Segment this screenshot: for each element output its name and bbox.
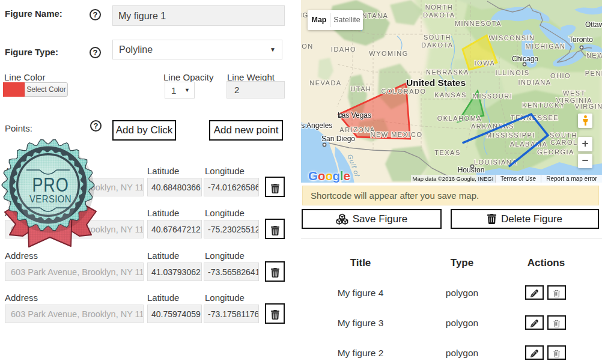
svg-text:GEORGIA: GEORGIA: [537, 148, 574, 156]
svg-text:OHIO: OHIO: [550, 72, 571, 79]
svg-text:MISSISSIPPI: MISSISSIPPI: [486, 132, 535, 139]
svg-text:INDIANA: INDIANA: [518, 79, 551, 86]
svg-text:NORTH: NORTH: [425, 4, 453, 11]
svg-text:VERSION: VERSION: [29, 193, 71, 204]
svg-text:WYOMING: WYOMING: [369, 50, 409, 57]
svg-text:NEVADA: NEVADA: [309, 79, 341, 86]
svg-text:PRO: PRO: [32, 174, 68, 195]
svg-text:SOUTH: SOUTH: [424, 34, 451, 41]
svg-text:San Diego: San Diego: [321, 135, 355, 143]
svg-text:ALABAMA: ALABAMA: [510, 141, 547, 148]
svg-text:WISCONSIN: WISCONSIN: [488, 34, 535, 41]
svg-text:MINNESOTA: MINNESOTA: [455, 20, 502, 27]
svg-text:Toronto: Toronto: [569, 35, 593, 44]
svg-text:PENN: PENN: [585, 70, 602, 77]
svg-text:Chicago: Chicago: [512, 55, 538, 63]
svg-text:MISSOURI: MISSOURI: [473, 93, 512, 100]
svg-text:DAKOTA: DAKOTA: [423, 11, 455, 19]
svg-text:IOWA: IOWA: [475, 59, 496, 67]
svg-text:ILLINOIS: ILLINOIS: [495, 69, 529, 76]
svg-text:TEXAS: TEXAS: [434, 149, 461, 156]
svg-text:KANSAS: KANSAS: [434, 91, 467, 99]
svg-text:DAKOTA: DAKOTA: [421, 41, 453, 49]
svg-text:OKLAHOMA: OKLAHOMA: [437, 115, 482, 122]
svg-text:United States: United States: [406, 77, 466, 88]
svg-text:NEW: NEW: [586, 52, 602, 59]
svg-text:GON: GON: [301, 43, 314, 50]
svg-text:NEW MEXICO: NEW MEXICO: [370, 131, 422, 138]
svg-text:SOUTH: SOUTH: [550, 132, 577, 139]
svg-text:VIRGINIA: VIRGINIA: [575, 103, 602, 110]
svg-text:UTAH: UTAH: [350, 85, 371, 93]
svg-text:MICHIGAN: MICHIGAN: [526, 43, 566, 50]
svg-text:NEBRASKA: NEBRASKA: [426, 68, 469, 76]
svg-text:IDAHO: IDAHO: [331, 46, 356, 53]
svg-text:WEST: WEST: [563, 89, 586, 97]
svg-text:os Angeles: os Angeles: [301, 121, 332, 130]
svg-text:COLORADO: COLORADO: [382, 88, 427, 95]
svg-text:Ottawa: Ottawa: [585, 20, 602, 29]
